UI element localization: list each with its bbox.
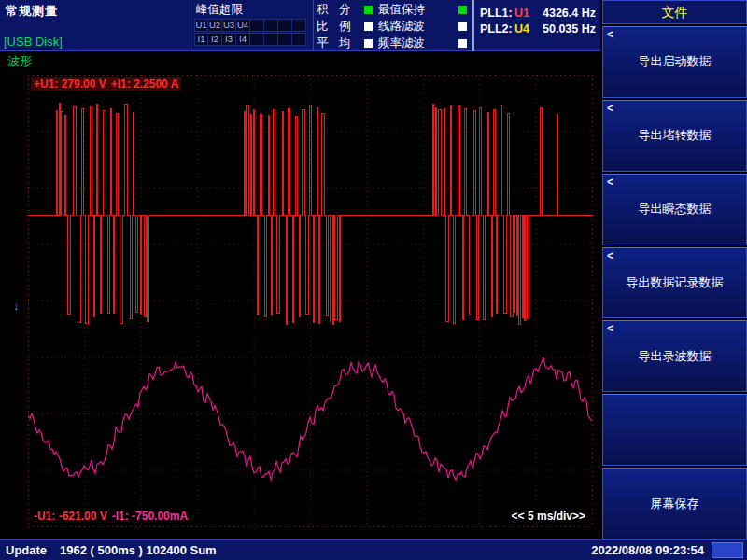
status-corner-badge [712,542,743,558]
peak-cell-empty [264,33,278,46]
averaging-indicator [364,39,373,48]
softkey-export-locked-rotor-data[interactable]: < 导出堵转数据 [602,100,747,172]
calc-mode-block: 积 分 比 例 平 均 [317,1,373,51]
filter-block: 最值保持 线路滤波 频率滤波 [378,1,471,51]
peak-cell-empty [278,19,292,32]
line-filter-row: 线路滤波 [378,18,471,35]
softkey-export-transient-data[interactable]: < 导出瞬态数据 [602,174,747,245]
softkey-export-datalog-data[interactable]: < 导出数据记录数据 [602,247,747,319]
peak-over-limit-block: 峰值超限 U1 U2 U3 U4 I1 I2 I3 I4 [191,0,313,51]
max-hold-indicator [458,6,467,14]
peak-cell-empty [250,19,264,32]
calc-char: 例 [339,19,352,35]
peak-cell-i3: I3 [222,33,236,46]
freq-filter-label: 频率滤波 [378,35,425,51]
scale-label-top: +U1: 279.00 V+I1: 2.2500 A [31,77,181,91]
back-marker-icon: < [607,175,613,189]
view-tab-waveform: 波形 [7,53,32,70]
softkey-label: 导出启动数据 [639,53,712,70]
pll2-frequency: 50.035 Hz [537,22,596,35]
peak-cell-u2: U2 [208,19,222,32]
header-divider [313,0,314,50]
peak-cell-u3: U3 [222,19,236,32]
left-marker-icon: ↓ [13,299,20,313]
calc-char: 分 [339,2,352,18]
menu-title-file: 文件 [602,0,747,24]
datetime: 2022/08/08 09:23:54 [591,543,704,557]
peak-cell-i2: I2 [208,33,222,46]
waveform-canvas [28,75,593,527]
peak-cell-u1: U1 [194,19,208,32]
calc-char: 比 [317,19,330,35]
waveform-display: +U1: 279.00 V+I1: 2.2500 A -U1: -621.00 … [28,75,593,527]
pll1-frequency: 4326.4 Hz [537,7,596,20]
scale-label-bottom: -U1: -621.00 V-I1: -750.00mA [31,510,190,523]
peak-cell-empty [292,19,306,32]
peak-cell-empty [250,33,264,46]
pll1-label: PLL1: [480,7,514,20]
pll2-label: PLL2: [480,22,514,35]
softkey-label: 屏幕保存 [651,496,699,512]
peak-cell-empty [264,19,278,32]
pll1-row: PLL1: U1 4326.4 Hz [474,5,600,21]
peak-u-cells: U1 U2 U3 U4 [194,19,313,32]
header-bar: 常规测量 [USB Disk] 峰值超限 U1 U2 U3 U4 I1 I2 I… [0,0,600,51]
freq-filter-indicator [458,39,467,48]
line-filter-label: 线路滤波 [378,19,425,35]
softkey-label: 导出录波数据 [639,348,712,365]
softkey-label: 导出瞬态数据 [639,201,712,217]
pll2-source: U4 [514,22,537,35]
peak-cell-i4: I4 [236,33,250,46]
peak-cell-u4: U4 [236,19,250,32]
usb-status: [USB Disk] [4,35,63,49]
freq-filter-row: 频率滤波 [378,35,471,51]
softkey-screen-save[interactable]: 屏幕保存 [602,468,747,539]
softkey-menu: 文件 < 导出启动数据 < 导出堵转数据 < 导出瞬态数据 < 导出数据记录数据… [602,0,747,539]
header-divider [190,0,190,50]
update-label: Update [6,543,47,557]
softkey-export-start-data[interactable]: < 导出启动数据 [602,26,747,98]
integration-indicator [364,6,373,14]
back-marker-icon: < [607,102,613,115]
peak-cell-empty [292,33,306,46]
peak-i-cells: I1 I2 I3 I4 [194,33,313,46]
status-bar: Update 1962 ( 500ms ) 102400 Sum 2022/08… [0,539,747,560]
pll1-source: U1 [514,7,537,20]
back-marker-icon: < [607,249,613,262]
softkey-label: 导出堵转数据 [639,127,712,144]
scaling-indicator [364,22,373,31]
softkey-export-waveform-record-data[interactable]: < 导出录波数据 [602,320,747,392]
update-count: 1962 ( 500ms ) 102400 Sum [60,543,217,557]
pll2-row: PLL2: U4 50.035 Hz [474,21,600,36]
max-hold-row: 最值保持 [378,1,471,18]
calc-char: 积 [317,2,330,18]
calc-char: 平 [317,35,330,51]
averaging-row: 平 均 [317,35,373,51]
u1-bottom-scale: -U1: -621.00 V [34,510,107,523]
u1-top-scale: +U1: 279.00 V [34,77,106,91]
max-hold-label: 最值保持 [378,2,425,18]
mode-title: 常规测量 [6,3,58,20]
power-analyzer-screen: 常规测量 [USB Disk] 峰值超限 U1 U2 U3 U4 I1 I2 I… [0,0,747,560]
back-marker-icon: < [607,28,613,41]
back-marker-icon: < [607,322,613,335]
integration-row: 积 分 [317,1,373,18]
calc-char: 均 [339,35,352,51]
line-filter-indicator [458,22,467,31]
peak-over-limit-title: 峰值超限 [196,2,313,18]
softkey-label: 导出数据记录数据 [627,274,724,291]
i1-top-scale: +I1: 2.2500 A [111,77,179,91]
timebase-label: << 5 ms/div>> [512,510,585,523]
i1-bottom-scale: -I1: -750.00mA [112,510,188,523]
peak-cell-i1: I1 [194,33,208,46]
scaling-row: 比 例 [317,18,373,35]
pll-block: PLL1: U1 4326.4 Hz PLL2: U4 50.035 Hz [472,0,600,51]
softkey-empty [602,394,747,466]
peak-cell-empty [278,33,292,46]
